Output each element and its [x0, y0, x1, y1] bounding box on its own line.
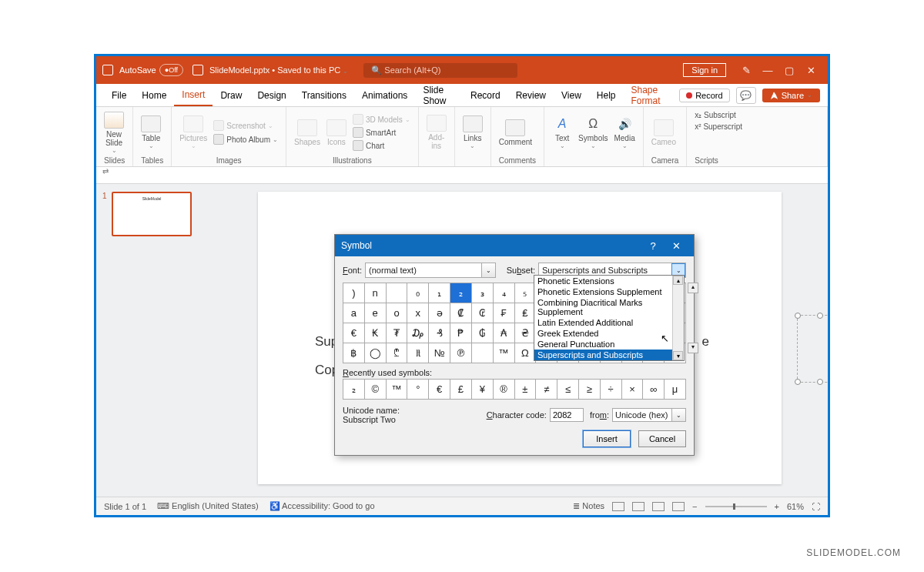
maximize-button[interactable]: ▢: [778, 65, 800, 76]
tab-record[interactable]: Record: [463, 85, 508, 105]
signin-button[interactable]: Sign in: [683, 63, 726, 77]
dropdown-scroll-down[interactable]: ▾: [673, 351, 683, 360]
text-button[interactable]: AText⌄: [552, 115, 572, 149]
zoom-level[interactable]: 61%: [787, 502, 804, 511]
symbol-cell[interactable]: ₯: [407, 323, 429, 343]
tab-insert[interactable]: Insert: [174, 85, 213, 106]
tab-draw[interactable]: Draw: [213, 85, 249, 105]
dialog-help-button[interactable]: ?: [641, 240, 665, 252]
recent-symbol-cell[interactable]: ®: [494, 380, 515, 400]
tab-animations[interactable]: Animations: [354, 85, 415, 105]
tab-review[interactable]: Review: [508, 85, 554, 105]
subset-option[interactable]: Combining Diacritical Marks Supplement: [534, 297, 684, 317]
symbol-cell[interactable]: ₡: [450, 303, 472, 323]
symbol-cell[interactable]: ₮: [387, 323, 408, 343]
close-button[interactable]: ✕: [800, 65, 822, 76]
tab-file[interactable]: File: [104, 85, 134, 105]
search-input[interactable]: 🔍 Search (Alt+Q): [363, 63, 517, 78]
comment-button[interactable]: Comment: [499, 119, 532, 146]
symbol-cell[interactable]: ₣: [494, 303, 515, 323]
ribbon-display-button[interactable]: ✎: [735, 65, 757, 76]
symbols-button[interactable]: ΩSymbols⌄: [578, 115, 608, 149]
symbol-cell[interactable]: ₭: [365, 323, 387, 343]
subset-option[interactable]: Phonetic Extensions: [534, 276, 684, 286]
chevron-down-icon[interactable]: ⌄: [671, 409, 685, 421]
slide-thumbnail-1[interactable]: SlideModel: [112, 192, 192, 236]
slideshow-view-icon[interactable]: [672, 502, 685, 511]
symbol-cell[interactable]: €: [343, 323, 365, 343]
recent-symbol-cell[interactable]: ±: [515, 380, 537, 400]
symbol-cell[interactable]: ™: [494, 343, 515, 363]
recent-symbol-cell[interactable]: ×: [622, 380, 644, 400]
smartart-button[interactable]: SmartArt: [353, 126, 410, 139]
tab-home[interactable]: Home: [134, 85, 174, 105]
3d-models-button[interactable]: 3D Models⌄: [353, 113, 410, 125]
font-combo[interactable]: (normal text) ⌄: [365, 263, 496, 278]
table-button[interactable]: Table⌄: [141, 115, 161, 149]
normal-view-icon[interactable]: [612, 502, 624, 511]
recent-symbol-cell[interactable]: ≥: [579, 380, 601, 400]
symbol-cell[interactable]: ə: [429, 303, 450, 323]
zoom-out-button[interactable]: −: [692, 502, 697, 511]
symbol-cell[interactable]: ℗: [450, 343, 472, 363]
share-button[interactable]: ⮝ Share ⌄: [762, 89, 820, 102]
quick-access-toolbar[interactable]: ⇄: [96, 167, 828, 184]
tab-slideshow[interactable]: Slide Show: [415, 80, 463, 111]
recent-symbol-cell[interactable]: £: [450, 380, 472, 400]
shapes-button[interactable]: Shapes: [294, 119, 320, 146]
insert-button[interactable]: Insert: [583, 430, 631, 447]
screenshot-button[interactable]: Screenshot⌄: [213, 119, 278, 132]
recent-symbol-cell[interactable]: °: [407, 380, 429, 400]
symbol-cell[interactable]: e: [365, 303, 387, 323]
recent-symbol-cell[interactable]: ≠: [536, 380, 557, 400]
symbol-cell[interactable]: ₱: [450, 323, 472, 343]
symbol-cell[interactable]: a: [343, 303, 365, 323]
symbol-cell[interactable]: ₲: [472, 323, 494, 343]
symbol-cell[interactable]: x: [407, 303, 429, 323]
dropdown-scroll-up[interactable]: ▴: [673, 276, 683, 285]
superscript-button[interactable]: x² Superscript: [695, 122, 742, 132]
tab-help[interactable]: Help: [589, 85, 624, 105]
photo-album-button[interactable]: Photo Album⌄: [213, 133, 278, 146]
recent-symbol-cell[interactable]: €: [429, 380, 450, 400]
subset-option[interactable]: Latin Extended Additional: [534, 317, 684, 328]
symbol-cell[interactable]: [472, 343, 494, 363]
symbol-cell[interactable]: ₶: [407, 343, 429, 363]
subset-option[interactable]: Phonetic Extensions Supplement: [534, 286, 684, 297]
minimize-button[interactable]: —: [757, 65, 778, 76]
tab-design[interactable]: Design: [249, 85, 293, 105]
cameo-button[interactable]: Cameo: [651, 119, 676, 146]
accessibility-status[interactable]: ♿ Accessibility: Good to go: [270, 501, 375, 511]
symbol-cell[interactable]: n: [365, 283, 387, 303]
chart-button[interactable]: Chart: [353, 139, 410, 152]
zoom-slider[interactable]: [705, 506, 767, 507]
subscript-button[interactable]: x₂ Subscript: [695, 110, 735, 120]
recent-symbol-cell[interactable]: ≤: [557, 380, 579, 400]
media-button[interactable]: 🔊Media⌄: [614, 115, 634, 149]
recent-symbol-cell[interactable]: μ: [665, 380, 686, 400]
chevron-down-icon[interactable]: ⌄: [481, 263, 495, 277]
subset-option[interactable]: Superscripts and Subscripts: [534, 350, 684, 360]
fit-to-window-button[interactable]: ⛶: [812, 502, 820, 511]
symbol-cell[interactable]: ₀: [407, 283, 429, 303]
comments-pane-button[interactable]: 💬: [736, 87, 756, 104]
symbol-cell[interactable]: ₂: [450, 283, 472, 303]
recent-symbol-cell[interactable]: ÷: [601, 380, 622, 400]
tab-view[interactable]: View: [554, 85, 589, 105]
symbol-cell[interactable]: ₃: [472, 283, 494, 303]
symbol-cell[interactable]: ₳: [494, 323, 515, 343]
recent-symbol-cell[interactable]: ∞: [643, 380, 665, 400]
notes-button[interactable]: ≣ Notes: [573, 501, 604, 511]
recent-symbol-cell[interactable]: ©: [365, 380, 387, 400]
reading-view-icon[interactable]: [652, 502, 665, 511]
zoom-in-button[interactable]: +: [775, 502, 779, 511]
from-combo[interactable]: Unicode (hex) ⌄: [612, 408, 686, 422]
record-button[interactable]: Record: [679, 89, 729, 102]
selection-box[interactable]: [797, 315, 828, 383]
symbol-cell[interactable]: ◯: [365, 343, 387, 363]
symbol-cell[interactable]: ₰: [429, 323, 450, 343]
symbol-cell[interactable]: ₾: [387, 343, 408, 363]
icons-button[interactable]: Icons: [326, 119, 346, 146]
symbol-cell[interactable]: ฿: [343, 343, 365, 363]
recent-symbol-cell[interactable]: ™: [387, 380, 408, 400]
